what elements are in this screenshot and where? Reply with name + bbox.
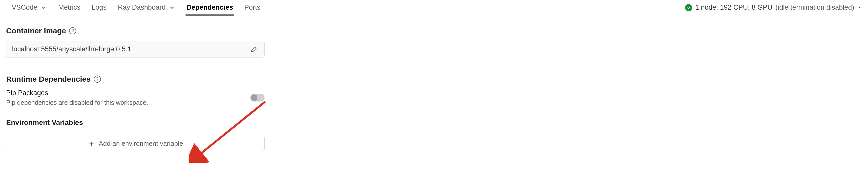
toggle-knob bbox=[251, 94, 257, 101]
tab-label: VSCode bbox=[12, 4, 37, 11]
tab-label: Metrics bbox=[58, 4, 81, 11]
tab-vscode[interactable]: VSCode bbox=[6, 0, 53, 15]
help-icon[interactable]: ? bbox=[94, 75, 101, 83]
chevron-down-icon bbox=[40, 4, 47, 11]
tab-dependencies[interactable]: Dependencies bbox=[181, 0, 239, 15]
status-extra: (idle termination disabled) bbox=[775, 4, 854, 11]
help-icon[interactable]: ? bbox=[69, 27, 76, 34]
tab-logs[interactable]: Logs bbox=[86, 0, 113, 15]
tab-label: Logs bbox=[92, 4, 107, 11]
pip-packages-row: Pip Packages Pip dependencies are disabl… bbox=[6, 89, 265, 106]
tab-ports[interactable]: Ports bbox=[239, 0, 266, 15]
tab-ray-dashboard[interactable]: Ray Dashboard bbox=[112, 0, 181, 15]
plus-icon: ＋ bbox=[88, 140, 95, 147]
pip-toggle[interactable] bbox=[250, 94, 265, 102]
tab-metrics[interactable]: Metrics bbox=[53, 0, 86, 15]
tab-label: Dependencies bbox=[187, 4, 233, 11]
pip-packages-desc: Pip dependencies are disabled for this w… bbox=[6, 99, 148, 106]
chevron-down-icon bbox=[169, 4, 175, 11]
dependencies-panel: Container Image ? localhost:5555/anyscal… bbox=[0, 15, 270, 162]
caret-down-icon bbox=[857, 5, 862, 10]
add-env-var-button[interactable]: ＋ Add an environment variable bbox=[6, 136, 265, 151]
status-ok-icon bbox=[685, 4, 692, 11]
pencil-icon bbox=[251, 45, 258, 53]
tab-bar-left: VSCode Metrics Logs Ray Dashboard Depend… bbox=[6, 0, 266, 15]
container-image-field: localhost:5555/anyscale/llm-forge:0.5.1 bbox=[6, 41, 265, 58]
tab-label: Ray Dashboard bbox=[118, 4, 166, 11]
container-image-title: Container Image ? bbox=[6, 27, 264, 35]
section-title-text: Runtime Dependencies bbox=[6, 75, 91, 83]
add-env-var-label: Add an environment variable bbox=[99, 140, 183, 147]
edit-image-button[interactable] bbox=[250, 45, 259, 54]
status-text: 1 node, 192 CPU, 8 GPU bbox=[695, 4, 772, 11]
svg-marker-0 bbox=[859, 7, 861, 8]
section-title-text: Container Image bbox=[6, 27, 66, 35]
env-vars-title: Environment Variables bbox=[6, 118, 264, 127]
runtime-deps-title: Runtime Dependencies ? bbox=[6, 75, 264, 83]
tab-bar: VSCode Metrics Logs Ray Dashboard Depend… bbox=[0, 0, 868, 15]
container-image-value: localhost:5555/anyscale/llm-forge:0.5.1 bbox=[12, 45, 131, 53]
tab-label: Ports bbox=[244, 4, 260, 11]
cluster-status[interactable]: 1 node, 192 CPU, 8 GPU (idle termination… bbox=[685, 4, 862, 11]
pip-packages-title: Pip Packages bbox=[6, 89, 148, 97]
